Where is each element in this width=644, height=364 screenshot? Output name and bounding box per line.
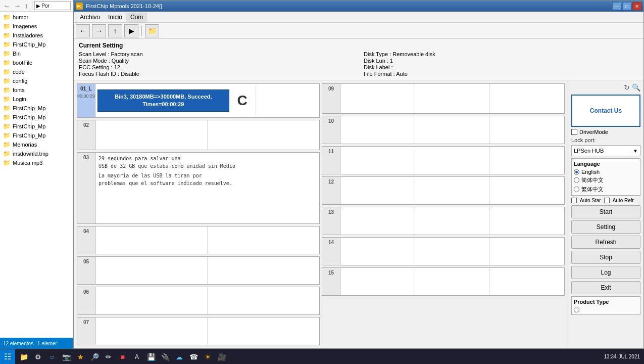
list-item[interactable]: 📁 code: [1, 67, 72, 76]
taskbar-item[interactable]: 💾: [144, 350, 158, 363]
nav-back-btn[interactable]: ←: [2, 2, 12, 10]
slot-07-num: 07: [77, 317, 95, 345]
list-item[interactable]: 📁 FirstChip_Mp: [1, 122, 72, 131]
taskbar-item[interactable]: ⚙: [31, 350, 44, 363]
slot-05-num: 05: [77, 257, 95, 284]
slot-07: 07: [77, 317, 320, 345]
titlebar-left: FC FirstChip Mptools 2021-10-24[]: [76, 3, 162, 10]
stop-button[interactable]: Stop: [571, 251, 640, 264]
slot-10-num: 10: [322, 116, 340, 144]
list-item[interactable]: 📁 FirstChip_Mp: [1, 104, 72, 113]
radio-english[interactable]: [574, 169, 579, 175]
taskbar-right: 13:34 JUL 2021: [600, 354, 644, 359]
list-item[interactable]: 📁 msdownld.tmp: [1, 149, 72, 158]
list-item[interactable]: 📁 FirstChip_Mp: [1, 113, 72, 122]
toolbar-btn-folder[interactable]: 📁: [145, 24, 159, 37]
maximize-button[interactable]: □: [622, 2, 631, 10]
folder-icon: 📁: [3, 159, 11, 166]
list-item[interactable]: 📁 FirstChip_Mp: [1, 40, 72, 49]
current-setting-section: Current Setting Scan Level : Factory sca…: [74, 39, 643, 80]
slot-09: 09: [322, 83, 565, 114]
toolbar-btn-2[interactable]: →: [92, 24, 106, 37]
radio-simplified-row[interactable]: 简体中文: [574, 176, 638, 184]
slot-01: 01_L 00:00:29 Bin3, 30180MB=>30000MB, Su…: [77, 83, 320, 118]
toolbar-btn-3[interactable]: ↑: [108, 24, 122, 37]
contact-us-button[interactable]: Contact Us: [571, 95, 640, 127]
select-arrow-icon: ▼: [633, 148, 638, 154]
toolbar-btn-1[interactable]: ←: [76, 24, 90, 37]
refresh-icon[interactable]: ↻: [624, 83, 630, 92]
list-item[interactable]: 📁 Memorias: [1, 140, 72, 149]
list-item[interactable]: 📁 Bin: [1, 49, 72, 58]
auto-row: Auto Star Auto Refr: [571, 198, 640, 203]
taskbar-item[interactable]: ■: [116, 350, 129, 363]
exit-button[interactable]: Exit: [571, 281, 640, 294]
refresh-button[interactable]: Refresh: [571, 236, 640, 249]
slots-area: 01_L 00:00:29 Bin3, 30180MB=>30000MB, Su…: [74, 80, 568, 348]
list-item[interactable]: 📁 bootFile: [1, 58, 72, 67]
radio-traditional-row[interactable]: 繁体中文: [574, 186, 638, 193]
slot-02-content: [95, 120, 319, 150]
taskbar-item[interactable]: 🎥: [215, 350, 228, 363]
nav-up-btn[interactable]: ↑: [23, 2, 30, 10]
slot-09-num: 09: [322, 84, 340, 113]
slot-03: 03 29 segundos para salvar una USB de 32…: [77, 152, 320, 224]
list-item[interactable]: 📁 fonts: [1, 85, 72, 95]
radio-english-row[interactable]: English: [574, 169, 638, 175]
taskbar-item[interactable]: 📷: [60, 350, 73, 363]
slot-13: 13: [322, 207, 565, 235]
start-button-taskbar[interactable]: ☷: [0, 349, 15, 365]
menu-archivo[interactable]: Archivo: [76, 13, 104, 22]
folder-icon: 📁: [3, 32, 11, 39]
list-item[interactable]: 📁 Musica mp3: [1, 158, 72, 167]
slot-12-content: [340, 177, 564, 204]
radio-simplified[interactable]: [574, 177, 579, 183]
explorer-path-bar[interactable]: ▶ Por: [34, 1, 71, 10]
slot-01-c-icon: C: [232, 93, 253, 109]
list-item[interactable]: 📁 Imagenes: [1, 22, 72, 31]
app-window: FC FirstChip Mptools 2021-10-24[] — □ ✕ …: [73, 0, 644, 349]
list-item[interactable]: 📁 config: [1, 76, 72, 85]
list-item[interactable]: 📁 humor: [1, 13, 72, 22]
menu-inicio[interactable]: Inicio: [104, 13, 126, 22]
folder-icon: 📁: [3, 123, 11, 130]
taskbar-item[interactable]: ○: [45, 350, 59, 363]
folder-icon: 📁: [3, 14, 11, 21]
taskbar-item[interactable]: ★: [74, 350, 87, 363]
list-item[interactable]: 📁 FirstChip_Mp: [1, 131, 72, 140]
slot-15-content: [340, 268, 564, 295]
product-type-radio[interactable]: [574, 307, 579, 312]
driver-mode-checkbox[interactable]: [571, 129, 577, 135]
folder-icon: 📁: [3, 41, 11, 48]
auto-refr-checkbox[interactable]: [604, 198, 610, 203]
taskbar-item[interactable]: 📁: [17, 350, 30, 363]
list-item[interactable]: 📁 Instaladores: [1, 31, 72, 40]
list-item[interactable]: 📁 Login: [1, 95, 72, 104]
slot-15-num: 15: [322, 268, 340, 295]
right-panel: ↻ 🔍 Contact Us DriverMode Lock port:: [568, 80, 643, 348]
taskbar-item[interactable]: A: [130, 350, 143, 363]
minimize-button[interactable]: —: [612, 2, 621, 10]
taskbar-item[interactable]: ☀: [201, 350, 214, 363]
taskbar-item[interactable]: ☎: [187, 350, 200, 363]
search-icon[interactable]: 🔍: [632, 83, 640, 92]
lock-port-select[interactable]: LPSen HUB ▼: [571, 145, 640, 156]
radio-traditional[interactable]: [574, 187, 579, 192]
settings-grid: Scan Level : Factory scan Disk Type : Re…: [79, 51, 638, 77]
taskbar-item[interactable]: ✏: [102, 350, 115, 363]
auto-star-checkbox[interactable]: [571, 198, 577, 203]
close-button[interactable]: ✕: [632, 2, 641, 10]
product-type-section: Product Type: [571, 296, 640, 315]
menu-com[interactable]: Com: [126, 13, 147, 22]
start-button[interactable]: Start: [571, 205, 640, 218]
setting-button[interactable]: Setting: [571, 220, 640, 234]
taskbar-item[interactable]: 🔎: [88, 350, 101, 363]
taskbar-item[interactable]: 🔌: [159, 350, 172, 363]
slot-11-content: [340, 147, 564, 174]
taskbar-item[interactable]: ☁: [173, 350, 186, 363]
toolbar-btn-4[interactable]: ▶: [124, 24, 138, 37]
nav-forward-btn[interactable]: →: [13, 2, 22, 10]
slot-01-content: Bin3, 30180MB=>30000MB, Succeed, Times=0…: [95, 84, 319, 117]
log-button[interactable]: Log: [571, 266, 640, 279]
driver-mode-row: DriverMode: [571, 129, 640, 135]
